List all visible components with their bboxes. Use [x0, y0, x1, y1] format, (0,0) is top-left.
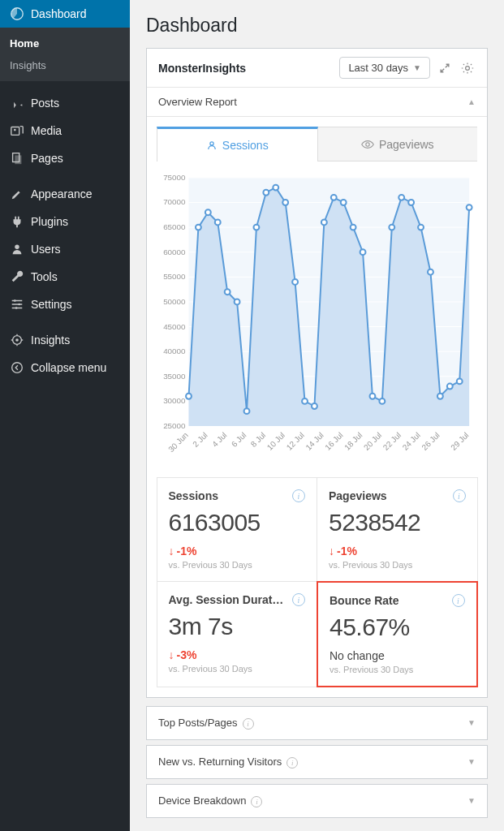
svg-text:22 Jul: 22 Jul: [381, 430, 403, 451]
svg-text:35000: 35000: [163, 372, 186, 381]
chevron-up-icon: ▲: [467, 97, 476, 106]
arrow-down-icon: ↓: [169, 545, 174, 558]
stat-change: ↓ -1%: [169, 545, 306, 558]
sidebar-item-posts[interactable]: Posts: [0, 89, 130, 117]
info-icon[interactable]: i: [292, 489, 305, 502]
svg-point-13: [210, 142, 213, 145]
sidebar-item-label: Plugins: [31, 215, 68, 228]
insights-icon: [10, 333, 24, 347]
svg-text:6 Jul: 6 Jul: [230, 430, 248, 449]
info-icon[interactable]: i: [243, 718, 254, 730]
svg-text:29 Jul: 29 Jul: [449, 430, 470, 451]
svg-text:10 Jul: 10 Jul: [265, 430, 286, 451]
panel-title: MonsterInsights: [158, 62, 246, 75]
svg-point-57: [369, 394, 375, 399]
info-icon[interactable]: i: [453, 489, 466, 502]
stat-card-sessions: Sessions i 6163005 ↓ -1% vs. Previous 30…: [157, 477, 318, 582]
sidebar-item-plugins[interactable]: Plugins: [0, 208, 130, 235]
svg-point-8: [15, 307, 18, 309]
eye-icon: [361, 139, 374, 150]
sidebar-item-dashboard[interactable]: Dashboard: [0, 0, 130, 28]
info-icon[interactable]: i: [292, 593, 305, 606]
sidebar-item-media[interactable]: Media: [0, 117, 130, 144]
sidebar-item-settings[interactable]: Settings: [0, 291, 130, 318]
stat-card-avg-session-durati: Avg. Session Durati... i 3m 7s ↓ -3% vs.…: [157, 581, 318, 687]
sidebar-collapse[interactable]: Collapse menu: [0, 354, 130, 381]
stat-card-bounce-rate: Bounce Rate i 45.67% No change vs. Previ…: [317, 581, 478, 687]
svg-point-40: [205, 209, 211, 215]
date-range-picker[interactable]: Last 30 days ▼: [339, 57, 430, 79]
svg-point-12: [466, 66, 470, 70]
overview-report-header[interactable]: Overview Report ▲: [147, 88, 487, 117]
svg-point-67: [467, 205, 472, 210]
svg-point-38: [186, 394, 192, 399]
chevron-down-icon: ▼: [467, 796, 476, 805]
collapsed-section-top-posts-pages[interactable]: Top Posts/Pagesi ▼: [146, 706, 488, 740]
stat-change: ↓ -1%: [329, 545, 466, 558]
stat-value: 6163005: [169, 509, 306, 536]
svg-point-48: [282, 200, 288, 205]
svg-text:16 Jul: 16 Jul: [323, 430, 344, 451]
gear-icon[interactable]: [459, 60, 476, 76]
info-icon[interactable]: i: [286, 757, 298, 769]
sidebar-sub-home[interactable]: Home: [0, 32, 130, 54]
sidebar-item-label: Settings: [31, 298, 72, 311]
svg-point-51: [312, 403, 317, 409]
tab-pageviews[interactable]: Pageviews: [318, 127, 478, 161]
sidebar-item-label: Tools: [31, 270, 58, 283]
sidebar-item-label: Media: [31, 124, 62, 137]
chart-tabs: Sessions Pageviews: [157, 127, 477, 161]
sidebar-item-tools[interactable]: Tools: [0, 263, 130, 291]
sidebar-item-label: Appearance: [31, 187, 93, 200]
sidebar-item-label: Pages: [31, 152, 63, 165]
svg-text:55000: 55000: [163, 272, 186, 281]
sidebar-item-pages[interactable]: Pages: [0, 144, 130, 172]
svg-point-43: [235, 299, 240, 304]
user-icon: [10, 242, 24, 256]
tab-sessions[interactable]: Sessions: [157, 127, 318, 161]
svg-text:20 Jul: 20 Jul: [362, 430, 383, 451]
svg-text:50000: 50000: [163, 297, 186, 306]
svg-text:70000: 70000: [163, 197, 186, 206]
svg-point-55: [351, 225, 356, 230]
svg-point-44: [244, 408, 250, 414]
svg-point-6: [14, 299, 16, 302]
svg-point-63: [428, 269, 433, 275]
main-content: Dashboard MonsterInsights Last 30 days ▼…: [130, 0, 504, 831]
expand-icon[interactable]: [437, 60, 453, 76]
svg-text:40000: 40000: [163, 347, 186, 355]
info-icon[interactable]: i: [251, 796, 262, 807]
stat-change: No change: [330, 649, 465, 662]
svg-point-64: [437, 394, 443, 399]
brush-icon: [10, 187, 24, 201]
user-outline-icon: [206, 140, 218, 151]
sessions-chart: 2500030000350004000045000500005500060000…: [157, 161, 477, 459]
sidebar-item-label: Collapse menu: [31, 361, 106, 374]
collapse-icon: [10, 360, 24, 375]
stats-grid: Sessions i 6163005 ↓ -1% vs. Previous 30…: [147, 468, 487, 697]
svg-text:65000: 65000: [163, 222, 186, 231]
svg-point-14: [366, 142, 369, 145]
arrow-down-icon: ↓: [329, 545, 334, 558]
sidebar-item-users[interactable]: Users: [0, 235, 130, 263]
tab-label: Sessions: [222, 139, 269, 152]
collapsed-section-device-breakdown[interactable]: Device Breakdowni ▼: [146, 784, 488, 818]
svg-point-42: [225, 289, 230, 295]
svg-text:26 Jul: 26 Jul: [420, 430, 441, 451]
sidebar-item-label: Dashboard: [31, 7, 87, 20]
svg-point-58: [379, 398, 385, 404]
sliders-icon: [10, 297, 24, 312]
stat-card-pageviews: Pageviews i 5238542 ↓ -1% vs. Previous 3…: [317, 477, 478, 582]
sidebar-item-insights[interactable]: Insights: [0, 326, 130, 354]
svg-point-66: [457, 378, 463, 384]
info-icon[interactable]: i: [452, 594, 465, 607]
stat-compare: vs. Previous 30 Days: [329, 560, 466, 570]
sidebar-item-appearance[interactable]: Appearance: [0, 180, 130, 208]
svg-point-50: [302, 398, 308, 404]
collapsed-section-new-vs-returning-visitors[interactable]: New vs. Returning Visitorsi ▼: [146, 745, 488, 779]
sidebar-sub-insights[interactable]: Insights: [0, 54, 130, 76]
svg-rect-4: [15, 155, 21, 164]
svg-point-53: [331, 195, 337, 200]
svg-text:25000: 25000: [163, 421, 186, 430]
svg-point-52: [321, 220, 327, 226]
